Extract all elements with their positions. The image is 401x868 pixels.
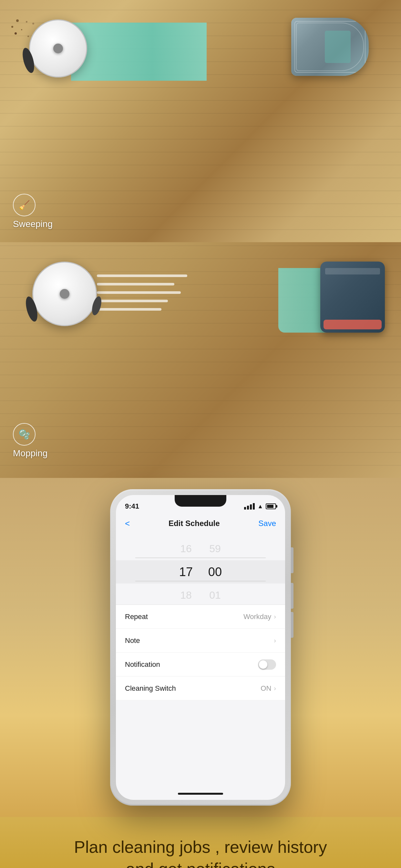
home-bar (178, 793, 223, 795)
motion-line-5 (97, 308, 161, 311)
toggle-knob (259, 660, 267, 669)
minute-1: 00 (205, 560, 225, 584)
mopping-icon: 🫧 (13, 423, 35, 445)
minute-2: 01 (205, 584, 225, 605)
cleaning-switch-value-text: ON (260, 684, 271, 693)
dirt-particles (10, 16, 49, 55)
notification-row[interactable]: Notification (116, 653, 285, 677)
save-button[interactable]: Save (258, 519, 276, 528)
subtitle-text: Plan cleaning jobs , review historyand g… (74, 836, 327, 868)
notification-label: Notification (125, 660, 160, 669)
cleaning-switch-value: ON › (260, 684, 276, 693)
sweep-path (71, 23, 207, 81)
sweeping-section: 🧹 Sweeping (0, 0, 401, 242)
phone-screen: 9:41 ▲ < Edit Schedule (116, 495, 285, 800)
repeat-value-text: Workday (243, 613, 271, 621)
motion-line-4 (97, 300, 168, 302)
mopping-text: Mopping (13, 448, 48, 459)
motion-lines (97, 275, 187, 311)
note-value: › (274, 637, 276, 644)
hour-1: 17 (176, 560, 196, 584)
cleaning-switch-row[interactable]: Cleaning Switch ON › (116, 677, 285, 701)
signal-icon (244, 503, 255, 509)
repeat-chevron: › (274, 613, 276, 620)
battery-icon (266, 503, 276, 509)
repeat-value: Workday › (243, 613, 276, 621)
phone-section: 9:41 ▲ < Edit Schedule (0, 478, 401, 817)
time-row-2: 18 01 (116, 584, 285, 605)
screen-title: Edit Schedule (168, 519, 220, 528)
status-icons: ▲ (244, 503, 276, 510)
hour-0: 16 (176, 537, 196, 560)
time-row-0: 16 59 (116, 537, 285, 560)
motion-line-1 (97, 275, 187, 277)
cleaning-switch-chevron: › (274, 685, 276, 692)
wifi-icon: ▲ (257, 503, 263, 510)
mopping-label-container: 🫧 Mopping (13, 423, 48, 459)
note-row[interactable]: Note › (116, 629, 285, 653)
time-picker[interactable]: 16 59 17 00 18 01 (116, 534, 285, 605)
back-button[interactable]: < (125, 519, 130, 529)
sweeping-label-container: 🧹 Sweeping (13, 194, 53, 229)
phone-mockup: 9:41 ▲ < Edit Schedule (110, 489, 291, 806)
status-time: 9:41 (125, 502, 139, 510)
note-label: Note (125, 637, 140, 645)
cleaning-switch-label: Cleaning Switch (125, 684, 176, 693)
time-row-1: 17 00 (116, 560, 285, 584)
robot-mop (32, 261, 97, 326)
hour-2: 18 (176, 584, 196, 605)
phone-notch (175, 495, 226, 507)
settings-list: Repeat Workday › Note › Notification (116, 605, 285, 701)
repeat-label: Repeat (125, 613, 148, 621)
motion-line-3 (97, 291, 181, 294)
bottom-section: Plan cleaning jobs , review historyand g… (0, 817, 401, 868)
mopping-section: 🫧 Mopping (0, 242, 401, 478)
dustbin (291, 18, 369, 76)
minute-0: 59 (205, 537, 225, 560)
mop-attachment (320, 261, 385, 333)
notification-toggle[interactable] (258, 659, 276, 670)
sweeping-icon: 🧹 (13, 194, 35, 216)
repeat-row[interactable]: Repeat Workday › (116, 605, 285, 629)
sweeping-text: Sweeping (13, 219, 53, 229)
motion-line-2 (97, 283, 174, 285)
app-header: < Edit Schedule Save (116, 513, 285, 534)
note-chevron: › (274, 637, 276, 644)
